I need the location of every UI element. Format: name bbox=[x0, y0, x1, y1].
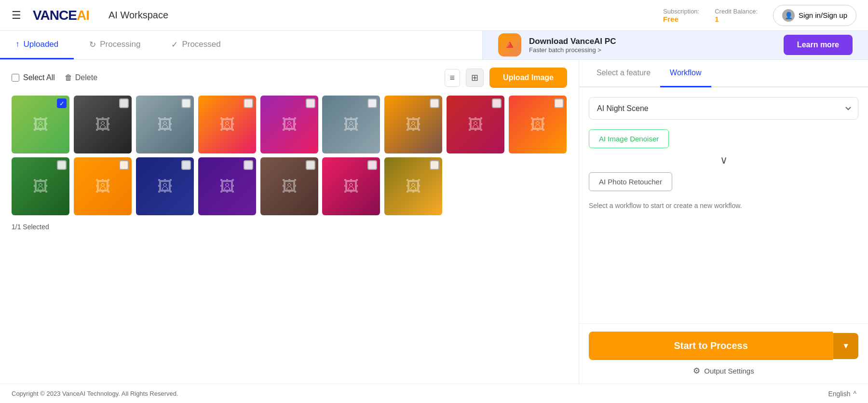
image-cell[interactable]: 🖼 bbox=[12, 157, 69, 215]
credit-block: Credit Balance: 1 bbox=[715, 8, 758, 23]
tab-uploaded[interactable]: ↑ Uploaded bbox=[0, 31, 74, 59]
trash-icon: 🗑 bbox=[65, 73, 72, 82]
language-selector[interactable]: English ^ bbox=[828, 390, 857, 398]
tab-processing-label: Processing bbox=[100, 40, 140, 49]
header: ☰ VANCEAI AI Workspace Subscription: Fre… bbox=[0, 0, 868, 31]
image-checkbox[interactable] bbox=[306, 98, 315, 108]
footer: Copyright © 2023 VanceAI Technology. All… bbox=[0, 384, 868, 403]
toolbar: Select All 🗑 Delete ≡ ⊞ Upload Image bbox=[12, 68, 567, 88]
image-cell[interactable]: 🖼 bbox=[260, 96, 318, 153]
image-checkbox[interactable] bbox=[119, 160, 129, 170]
sign-in-button[interactable]: 👤 Sign in/Sign up bbox=[773, 5, 856, 26]
banner-title: Download VanceAI PC bbox=[529, 37, 776, 46]
image-cell[interactable]: 🖼 bbox=[198, 157, 256, 215]
logo-ai: AI bbox=[77, 8, 89, 23]
tabs-bar: ↑ Uploaded ↻ Processing ✓ Processed 🔺 Do… bbox=[0, 31, 868, 60]
image-grid: ✓🖼🖼🖼🖼🖼🖼🖼🖼🖼🖼🖼🖼🖼🖼🖼🖼 bbox=[12, 96, 567, 215]
image-cell[interactable]: 🖼 bbox=[322, 157, 380, 215]
start-process-button[interactable]: Start to Process bbox=[589, 332, 833, 360]
image-cell[interactable]: 🖼 bbox=[136, 157, 194, 215]
upload-icon: ↑ bbox=[15, 40, 20, 49]
banner-text: Download VanceAI PC Faster batch process… bbox=[529, 37, 776, 54]
chevron-up-icon: ^ bbox=[853, 390, 856, 398]
image-checkbox[interactable] bbox=[367, 160, 377, 170]
select-all-text: Select All bbox=[23, 73, 55, 82]
image-cell[interactable]: 🖼 bbox=[322, 96, 380, 153]
status-text: 1/1 Selected bbox=[12, 223, 567, 231]
feature-tag-retoucher[interactable]: AI Photo Retoucher bbox=[589, 172, 672, 191]
image-cell[interactable]: 🖼 bbox=[74, 96, 132, 153]
image-checkbox[interactable] bbox=[57, 160, 67, 170]
workspace-label: AI Workspace bbox=[108, 10, 168, 21]
tab-workflow[interactable]: Workflow bbox=[660, 60, 711, 87]
image-cell[interactable]: 🖼 bbox=[509, 96, 567, 153]
list-view-button[interactable]: ≡ bbox=[445, 69, 461, 87]
grid-view-button[interactable]: ⊞ bbox=[466, 69, 484, 87]
image-cell[interactable]: 🖼 bbox=[384, 157, 442, 215]
select-all-label[interactable]: Select All bbox=[12, 73, 55, 82]
image-cell[interactable]: 🖼 bbox=[74, 157, 132, 215]
gear-icon: ⚙ bbox=[693, 366, 700, 376]
chevron-down-icon: ∨ bbox=[589, 154, 858, 167]
image-checkbox[interactable] bbox=[181, 98, 191, 108]
subscription-value: Free bbox=[663, 15, 678, 23]
tab-uploaded-label: Uploaded bbox=[24, 40, 59, 49]
subscription-block: Subscription: Free bbox=[663, 8, 699, 23]
processed-icon: ✓ bbox=[171, 40, 178, 50]
credit-label: Credit Balance: bbox=[715, 8, 758, 15]
right-tabs: Select a feature Workflow bbox=[579, 60, 868, 87]
image-checkbox[interactable] bbox=[430, 160, 439, 170]
delete-button[interactable]: 🗑 Delete bbox=[61, 71, 101, 84]
start-process-dropdown-button[interactable]: ▼ bbox=[833, 333, 858, 359]
subscription-label: Subscription: bbox=[663, 8, 699, 15]
tab-processed[interactable]: ✓ Processed bbox=[156, 31, 236, 59]
language-label: English bbox=[828, 390, 851, 398]
image-checkbox[interactable]: ✓ bbox=[57, 98, 67, 108]
tab-processing[interactable]: ↻ Processing bbox=[74, 31, 156, 59]
menu-icon[interactable]: ☰ bbox=[12, 9, 21, 22]
image-checkbox[interactable] bbox=[244, 98, 253, 108]
image-cell[interactable]: 🖼 bbox=[260, 157, 318, 215]
start-process-row: Start to Process ▼ bbox=[589, 332, 858, 360]
workflow-hint: Select a workflow to start or create a n… bbox=[589, 201, 858, 211]
image-cell[interactable]: ✓🖼 bbox=[12, 96, 69, 153]
tab-select-feature[interactable]: Select a feature bbox=[587, 60, 660, 87]
feature-dropdown[interactable]: AI Night Scene AI Image Denoiser AI Phot… bbox=[589, 97, 858, 120]
image-checkbox[interactable] bbox=[306, 160, 315, 170]
header-right: Subscription: Free Credit Balance: 1 👤 S… bbox=[663, 5, 856, 26]
select-all-checkbox[interactable] bbox=[12, 74, 19, 82]
left-panel: Select All 🗑 Delete ≡ ⊞ Upload Image ✓🖼🖼… bbox=[0, 60, 579, 384]
credit-value[interactable]: 1 bbox=[715, 15, 719, 23]
processing-icon: ↻ bbox=[89, 40, 96, 50]
logo-text: VANCE bbox=[33, 8, 77, 23]
image-checkbox[interactable] bbox=[181, 160, 191, 170]
image-checkbox[interactable] bbox=[430, 98, 439, 108]
image-cell[interactable]: 🖼 bbox=[198, 96, 256, 153]
image-checkbox[interactable] bbox=[367, 98, 377, 108]
delete-label: Delete bbox=[75, 73, 97, 82]
image-cell[interactable]: 🖼 bbox=[136, 96, 194, 153]
image-checkbox[interactable] bbox=[244, 160, 253, 170]
banner-subtitle: Faster batch processing > bbox=[529, 46, 776, 54]
grid-view-icon: ⊞ bbox=[471, 73, 478, 83]
learn-more-button[interactable]: Learn more bbox=[784, 35, 853, 55]
image-checkbox[interactable] bbox=[492, 98, 502, 108]
list-view-icon: ≡ bbox=[450, 73, 455, 83]
upload-image-button[interactable]: Upload Image bbox=[489, 68, 567, 88]
logo[interactable]: VANCEAI bbox=[33, 8, 89, 23]
toolbar-right: ≡ ⊞ Upload Image bbox=[445, 68, 567, 88]
avatar: 👤 bbox=[782, 9, 795, 22]
right-panel: Select a feature Workflow AI Night Scene… bbox=[579, 60, 868, 384]
bottom-action: Start to Process ▼ ⚙ Output Settings bbox=[579, 323, 868, 384]
output-settings[interactable]: ⚙ Output Settings bbox=[589, 366, 858, 376]
sign-btn-label: Sign in/Sign up bbox=[799, 11, 847, 19]
image-cell[interactable]: 🖼 bbox=[384, 96, 442, 153]
image-checkbox[interactable] bbox=[554, 98, 564, 108]
tab-processed-label: Processed bbox=[182, 40, 220, 49]
banner-icon: 🔺 bbox=[498, 33, 521, 56]
output-settings-label: Output Settings bbox=[704, 367, 754, 375]
image-cell[interactable]: 🖼 bbox=[447, 96, 504, 153]
image-checkbox[interactable] bbox=[119, 98, 129, 108]
right-content: AI Night Scene AI Image Denoiser AI Phot… bbox=[579, 87, 868, 323]
feature-tag-denoiser[interactable]: AI Image Denoiser bbox=[589, 129, 669, 148]
